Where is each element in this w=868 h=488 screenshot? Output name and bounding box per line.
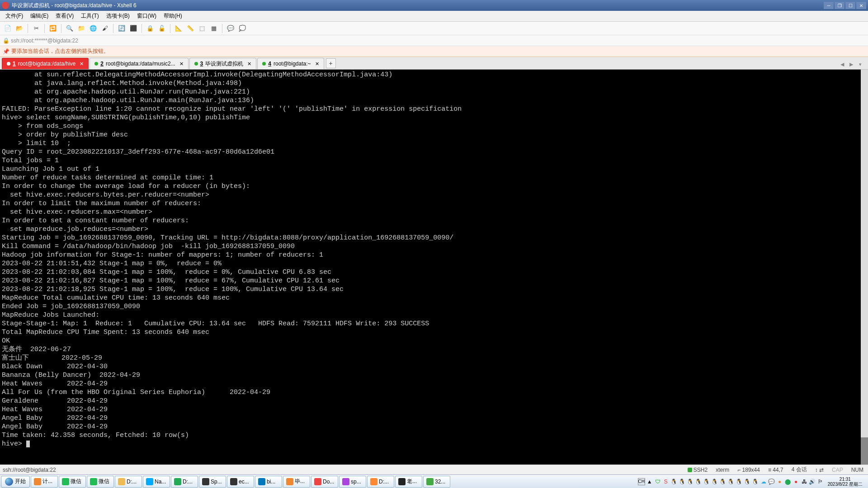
taskbar-item-2[interactable]: 微信 [87, 476, 114, 488]
toolbar-btn-10[interactable]: 🖌 [100, 23, 110, 33]
tray-360-icon[interactable]: ⬤ [784, 478, 792, 485]
tab-close-icon[interactable]: ✕ [80, 61, 84, 67]
tray-qq-icon-11[interactable]: 🐧 [752, 478, 759, 485]
tray-sogou-icon[interactable]: S [662, 478, 670, 485]
toolbar-btn-13[interactable]: ⬛ [128, 23, 138, 33]
tray-cloud-icon[interactable]: ☁ [760, 478, 767, 485]
toolbar-sep [142, 24, 142, 33]
tray-qq-icon-5[interactable]: 🐧 [703, 478, 710, 485]
taskbar-item-6[interactable]: Sp... [199, 476, 226, 488]
menu-bar: 文件(F)编辑(E)查看(V)工具(T)选项卡(B)窗口(W)帮助(H) [0, 11, 868, 22]
toolbar-btn-9[interactable]: 🌐 [88, 23, 98, 33]
address-bar: 🔒 ssh://root:******@bigdata:22 [0, 35, 868, 46]
session-tab-3[interactable]: 4 root@bigdata:~✕ [257, 58, 324, 69]
tray-volume-icon[interactable]: 🔊 [809, 478, 816, 485]
toolbar-btn-12[interactable]: 🔄 [117, 23, 127, 33]
toolbar-btn-23[interactable]: 💬 [226, 23, 236, 33]
tray-qq-icon-4[interactable]: 🐧 [695, 478, 702, 485]
tab-close-icon[interactable]: ✕ [315, 61, 319, 67]
tab-close-icon[interactable]: ✕ [247, 61, 251, 67]
taskbar-item-14[interactable]: 32... [423, 476, 450, 488]
taskbar-item-icon [34, 478, 41, 485]
taskbar-item-icon [202, 478, 209, 485]
scrollbar-thumb[interactable] [861, 437, 868, 465]
tray-qq-icon-1[interactable]: 🐧 [670, 478, 678, 485]
restore-button[interactable]: ❐ [835, 2, 844, 9]
toolbar-sep [44, 24, 45, 33]
menu-6[interactable]: 帮助(H) [160, 11, 186, 21]
taskbar-item-0[interactable]: 计... [31, 476, 58, 488]
tray-qq-icon-9[interactable]: 🐧 [736, 478, 743, 485]
toolbar-btn-20[interactable]: ⬚ [197, 23, 207, 33]
menu-1[interactable]: 编辑(E) [27, 11, 52, 21]
tab-next-icon[interactable]: ▶ [847, 60, 855, 68]
taskbar-item-11[interactable]: sp... [339, 476, 366, 488]
toolbar-btn-3[interactable]: ✂ [31, 23, 41, 33]
tray-red-icon[interactable]: ● [793, 478, 800, 485]
toolbar-btn-8[interactable]: 📁 [76, 23, 86, 33]
tray-shield-icon[interactable]: 🛡 [654, 478, 661, 485]
tray-flag-icon[interactable]: 🏳 [817, 478, 824, 485]
lang-indicator[interactable]: CH [638, 478, 645, 485]
menu-5[interactable]: 窗口(W) [133, 11, 160, 21]
tab-num: 3 [200, 61, 203, 67]
toolbar-btn-18[interactable]: 📐 [174, 23, 184, 33]
terminal-scrollbar[interactable] [861, 70, 868, 465]
taskbar-item-7[interactable]: ec... [227, 476, 254, 488]
taskbar-item-label: 32... [435, 479, 445, 485]
taskbar-clock[interactable]: 21:31 2023/8/22 星期二 [825, 477, 865, 487]
tray-qq-icon-7[interactable]: 🐧 [719, 478, 726, 485]
os-taskbar: 开始 计...微信微信D:...Na...D:...Sp...ec...bi..… [0, 474, 868, 488]
tray-wechat-icon[interactable]: 💬 [768, 478, 775, 485]
tab-close-icon[interactable]: ✕ [179, 61, 184, 67]
taskbar-item-12[interactable]: D:... [367, 476, 394, 488]
tray-network-icon[interactable]: 🖧 [801, 478, 808, 485]
terminal[interactable]: at sun.reflect.DelegatingMethodAccessorI… [0, 70, 868, 465]
session-tab-1[interactable]: 2 root@bigdata:/data/music2...✕ [90, 58, 188, 69]
toolbar-btn-16[interactable]: 🔓 [157, 23, 167, 33]
menu-3[interactable]: 工具(T) [77, 11, 102, 21]
session-tab-0[interactable]: 1 root@bigdata:/data/hive✕ [2, 58, 89, 69]
taskbar-item-3[interactable]: D:... [115, 476, 142, 488]
toolbar-btn-19[interactable]: 📏 [185, 23, 195, 33]
tray-up-icon[interactable]: ▲ [646, 478, 653, 485]
tab-list-icon[interactable]: ▾ [856, 60, 864, 68]
session-tab-2[interactable]: 3 毕设测试虚拟机✕ [189, 58, 257, 69]
toolbar-btn-7[interactable]: 🔍 [65, 23, 75, 33]
taskbar-item-10[interactable]: Do... [311, 476, 338, 488]
toolbar-btn-21[interactable]: ▦ [209, 23, 219, 33]
maximize-button[interactable]: ☐ [845, 2, 855, 9]
address-text[interactable]: ssh://root:******@bigdata:22 [11, 38, 78, 44]
menu-0[interactable]: 文件(F) [2, 11, 27, 21]
toolbar-btn-24[interactable]: 💭 [237, 23, 247, 33]
taskbar-item-5[interactable]: D:... [171, 476, 198, 488]
toolbar-btn-0[interactable]: 📄 [3, 23, 13, 33]
tray-qq-icon-2[interactable]: 🐧 [679, 478, 686, 485]
taskbar-item-4[interactable]: Na... [143, 476, 170, 488]
start-button[interactable]: 开始 [1, 476, 30, 488]
taskbar-item-label: Do... [323, 479, 334, 485]
tray-qq-icon-3[interactable]: 🐧 [687, 478, 694, 485]
tray-qq-icon-8[interactable]: 🐧 [727, 478, 735, 485]
status-updown-icon[interactable]: ↕ ⇄ [813, 467, 826, 473]
minimize-button[interactable]: ─ [824, 2, 834, 9]
tray-qq-icon-6[interactable]: 🐧 [711, 478, 718, 485]
tab-label: root@bigdata:/data/hive [18, 61, 76, 67]
tray-orange-icon[interactable]: ● [776, 478, 783, 485]
taskbar-item-13[interactable]: 老... [395, 476, 422, 488]
tab-label: root@bigdata:/data/music2... [106, 61, 175, 67]
taskbar-item-9[interactable]: 毕... [283, 476, 310, 488]
toolbar-btn-1[interactable]: 📂 [14, 23, 24, 33]
tab-add-button[interactable]: + [326, 58, 336, 68]
lock-icon: 🔒 [3, 38, 9, 44]
toolbar-btn-5[interactable]: 🔁 [48, 23, 58, 33]
taskbar-item-1[interactable]: 微信 [59, 476, 86, 488]
tray-qq-icon-10[interactable]: 🐧 [744, 478, 751, 485]
tab-prev-icon[interactable]: ◀ [838, 60, 846, 68]
menu-2[interactable]: 查看(V) [52, 11, 77, 21]
window-titlebar: 毕设测试虚拟机 - root@bigdata:/data/hive - Xshe… [0, 0, 868, 11]
menu-4[interactable]: 选项卡(B) [103, 11, 133, 21]
close-button[interactable]: ✕ [856, 2, 866, 9]
taskbar-item-8[interactable]: bi... [255, 476, 282, 488]
toolbar-btn-15[interactable]: 🔒 [145, 23, 155, 33]
